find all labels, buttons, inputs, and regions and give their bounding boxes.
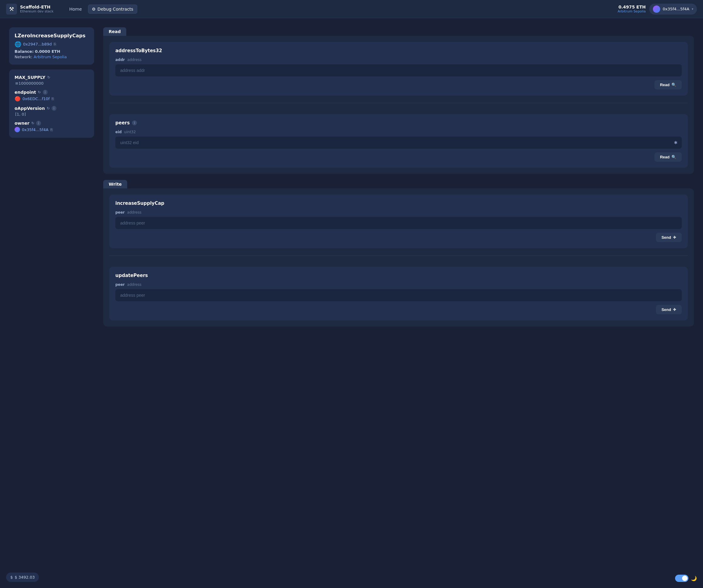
owner-avatar-icon [15, 127, 20, 132]
increase-supply-cap-send-button[interactable]: Send ✈ [656, 233, 682, 242]
eid-param-name: eid [115, 130, 122, 134]
addr-input[interactable] [115, 64, 682, 76]
addr-param-row: addr address [115, 58, 682, 62]
copy-endpoint-icon[interactable]: ⎘ [52, 96, 54, 101]
write-tab[interactable]: Write [103, 180, 127, 188]
read-section-content: addressToBytes32 addr address Read 🔍 [103, 36, 694, 174]
update-peers-name: updatePeers [115, 273, 682, 278]
contract-card: LZeroIncreaseSupplyCaps 🌐 0x2947...b89d … [9, 27, 94, 65]
contract-globe-icon: 🌐 [15, 41, 21, 47]
brand-text: Scaffold-ETH Ethereum dev stack [20, 5, 54, 13]
addr-param-type: address [127, 58, 142, 62]
navbar: ⚒ Scaffold-ETH Ethereum dev stack Home ⚙… [0, 0, 703, 18]
brand-logo: ⚒ [6, 4, 17, 15]
eth-amount: 0.4975 ETH [618, 5, 646, 9]
max-supply-label: MAX_SUPPLY [15, 75, 45, 80]
state-item-endpoint: endpoint ↻ i 🔴 0x6EDC...f10f ⎘ [15, 90, 89, 102]
endpoint-avatar-icon: 🔴 [15, 96, 21, 102]
address-to-bytes32-read-button[interactable]: Read 🔍 [654, 80, 682, 89]
required-star-icon: ✱ [674, 140, 678, 145]
increase-supply-cap-action-row: Send ✈ [115, 233, 682, 242]
eid-param-type: uint32 [124, 130, 136, 134]
increase-supply-cap-name: increaseSupplyCap [115, 200, 682, 206]
write-section: Write increaseSupplyCap peer address Sen… [103, 180, 694, 333]
function-address-to-bytes32: addressToBytes32 addr address Read 🔍 [109, 42, 688, 96]
main-content: LZeroIncreaseSupplyCaps 🌐 0x2947...b89d … [0, 18, 703, 342]
wallet-avatar [653, 5, 660, 13]
contract-address: 0x2947...b89d [23, 42, 52, 47]
eth-network: Arbitrum Sepolia [618, 9, 646, 13]
oapp-version-info-icon[interactable]: i [52, 106, 57, 111]
dark-mode-toggle: 🌙 [675, 575, 697, 582]
peers-action-row: Read 🔍 [115, 152, 682, 162]
moon-icon: 🌙 [691, 576, 697, 581]
max-supply-refresh-icon[interactable]: ↻ [47, 75, 50, 80]
peer-param-row-1: peer address [115, 210, 682, 215]
nav-links: Home ⚙Debug Contracts [66, 5, 137, 14]
divider-1 [109, 103, 688, 103]
copy-owner-icon[interactable]: ⎘ [51, 128, 53, 132]
peer-param-type-1: address [127, 210, 142, 215]
function-update-peers: updatePeers peer address Send ✈ [109, 267, 688, 320]
update-peers-action-row: Send ✈ [115, 305, 682, 314]
endpoint-address: 0x6EDC...f10f [22, 96, 50, 101]
state-item-oapp-version: oAppVersion ↻ i [1, 0] [15, 106, 89, 116]
navbar-right: 0.4975 ETH Arbitrum Sepolia 0x35f4...5f4… [618, 4, 697, 15]
endpoint-refresh-icon[interactable]: ↻ [38, 90, 41, 94]
address-to-bytes32-name: addressToBytes32 [115, 48, 682, 54]
peer-input-1[interactable] [115, 217, 682, 229]
contract-name: LZeroIncreaseSupplyCaps [15, 33, 89, 38]
brand-title: Scaffold-ETH [20, 5, 54, 9]
nav-home[interactable]: Home [66, 5, 85, 13]
nav-debug[interactable]: ⚙Debug Contracts [88, 5, 138, 14]
owner-info-icon[interactable]: i [36, 121, 41, 125]
write-section-content: increaseSupplyCap peer address Send ✈ [103, 188, 694, 327]
send-icon-2: ✈ [673, 307, 676, 312]
copy-address-icon[interactable]: ⎘ [54, 42, 56, 47]
divider-2 [109, 255, 688, 256]
addr-param-name: addr [115, 58, 125, 62]
max-supply-value: ≡1000000000 [15, 81, 89, 86]
read-icon-2: 🔍 [672, 155, 676, 159]
owner-address: 0x35f4...5f4A [22, 128, 49, 132]
peers-name: peers [115, 120, 130, 125]
contract-network: Network: Arbitrum Sepolia [15, 55, 89, 59]
wallet-address: 0x35f4...5f4A [662, 7, 689, 11]
peer-input-2[interactable] [115, 289, 682, 301]
eid-input[interactable] [115, 137, 682, 149]
price-dollar-icon: $ [10, 575, 13, 580]
chevron-down-icon: ▾ [692, 7, 693, 11]
read-tab[interactable]: Read [103, 27, 126, 36]
price-ticker: $ $ 3492.03 [6, 573, 39, 582]
peers-info-icon[interactable]: i [132, 120, 137, 125]
function-peers: peers i eid uint32 ✱ Read 🔍 [109, 114, 688, 168]
endpoint-info-icon[interactable]: i [43, 90, 48, 95]
network-link[interactable]: Arbitrum Sepolia [34, 55, 67, 59]
brand: ⚒ Scaffold-ETH Ethereum dev stack [6, 4, 54, 15]
endpoint-label: endpoint [15, 90, 36, 95]
dark-mode-switch[interactable] [675, 575, 688, 582]
owner-label: owner [15, 121, 29, 125]
toggle-knob [682, 576, 688, 581]
peer-param-row-2: peer address [115, 282, 682, 287]
address-to-bytes32-action-row: Read 🔍 [115, 80, 682, 89]
oapp-version-refresh-icon[interactable]: ↻ [47, 106, 50, 110]
owner-value: 0x35f4...5f4A ⎘ [15, 127, 89, 132]
eid-param-row: eid uint32 [115, 130, 682, 134]
state-item-owner: owner ↻ i 0x35f4...5f4A ⎘ [15, 121, 89, 132]
oapp-version-label: oAppVersion [15, 106, 45, 111]
debug-icon: ⚙ [92, 7, 96, 11]
oapp-version-value: [1, 0] [15, 112, 89, 116]
contract-balance: Balance: 0.0000 ETH [15, 49, 89, 54]
peers-read-button[interactable]: Read 🔍 [654, 152, 682, 162]
peer-param-type-2: address [127, 282, 142, 287]
endpoint-value: 🔴 0x6EDC...f10f ⎘ [15, 96, 89, 102]
function-increase-supply-cap: increaseSupplyCap peer address Send ✈ [109, 194, 688, 248]
wallet-info[interactable]: 0x35f4...5f4A ▾ [649, 4, 697, 15]
contract-address-row: 🌐 0x2947...b89d ⎘ [15, 41, 89, 47]
eid-input-wrapper: ✱ [115, 137, 682, 149]
read-icon-1: 🔍 [672, 83, 676, 87]
sidebar: LZeroIncreaseSupplyCaps 🌐 0x2947...b89d … [9, 27, 94, 333]
owner-refresh-icon[interactable]: ↻ [31, 121, 34, 125]
update-peers-send-button[interactable]: Send ✈ [656, 305, 682, 314]
